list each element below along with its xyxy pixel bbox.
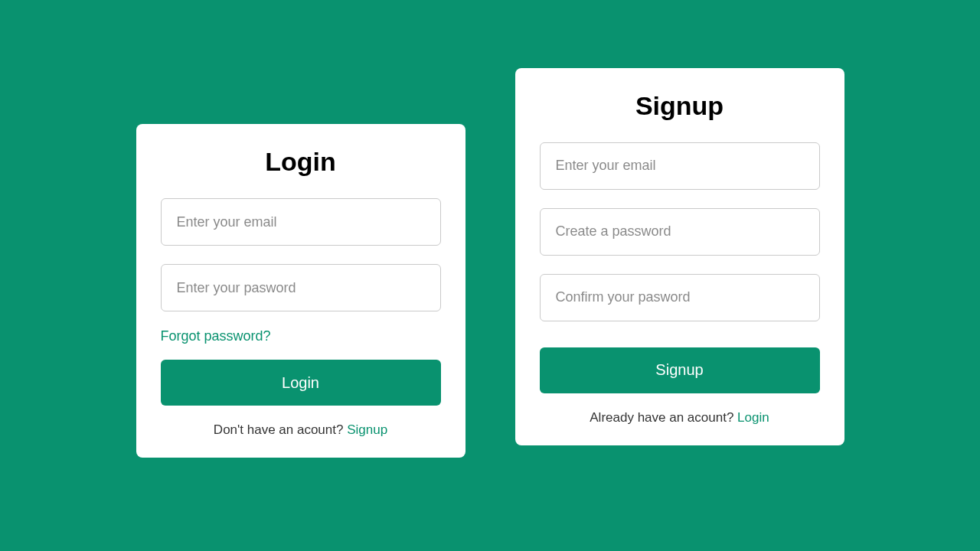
- signup-title: Signup: [540, 91, 820, 121]
- signup-link[interactable]: Signup: [347, 422, 387, 437]
- signup-confirm-input[interactable]: [540, 274, 820, 321]
- login-email-input[interactable]: [161, 198, 441, 246]
- login-title: Login: [161, 147, 441, 177]
- signup-footer: Already have an acount? Login: [540, 410, 820, 425]
- signup-card: Signup Signup Already have an acount? Lo…: [515, 68, 844, 445]
- login-footer-text: Don't have an acount?: [214, 422, 347, 437]
- login-link[interactable]: Login: [737, 410, 769, 425]
- spacer: [540, 340, 820, 347]
- forgot-password-link[interactable]: Forgot password?: [161, 328, 441, 344]
- signup-password-input[interactable]: [540, 208, 820, 256]
- login-card: Login Forgot password? Login Don't have …: [136, 124, 466, 458]
- signup-email-input[interactable]: [540, 142, 820, 190]
- login-footer: Don't have an acount? Signup: [161, 422, 441, 438]
- signup-footer-text: Already have an acount?: [590, 410, 737, 425]
- login-password-input[interactable]: [161, 264, 441, 311]
- signup-button[interactable]: Signup: [540, 347, 820, 393]
- login-button[interactable]: Login: [161, 360, 441, 406]
